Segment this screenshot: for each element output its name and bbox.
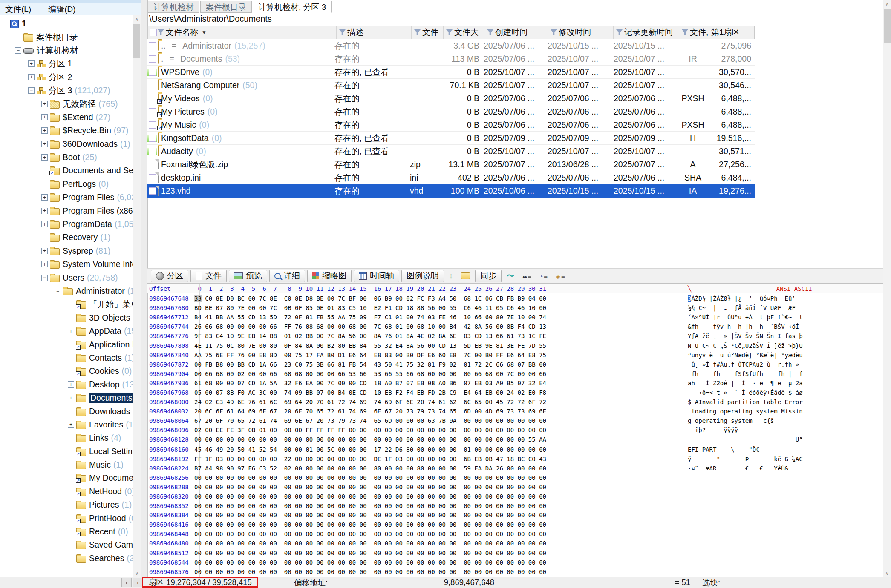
- toolbar-icon-binoculars[interactable]: [519, 270, 534, 282]
- file-row[interactable]: WPSDrive(0)存在的, 已查看0 B2025/10/07 ...2025…: [147, 66, 755, 79]
- hex-row[interactable]: 0986946857600 00 00 00 00 00 00 00 00 00…: [147, 567, 884, 577]
- hex-ansi-text[interactable]: [688, 502, 803, 509]
- hex-cursor[interactable]: 33: [194, 295, 202, 302]
- tree-item[interactable]: 「开始」菜单(0): [0, 298, 133, 311]
- hex-row[interactable]: 0986946809602 00 EE FE 3F 0B 01 00 00 00…: [147, 425, 884, 435]
- file-name-cell[interactable]: KingsoftData(0): [147, 132, 332, 144]
- column-header-3[interactable]: 文件: [412, 26, 444, 39]
- toolbar-button-详细[interactable]: 详细: [269, 270, 305, 282]
- expander-icon[interactable]: +: [41, 208, 48, 214]
- hex-ansi-text[interactable]: ½¾ €~ | … ƒÅ âñÍ ˆV UÆF ÆF: [688, 304, 803, 311]
- hex-bytes[interactable]: B7 A4 98 90 97 E6 C3 52 02 00 00 00 00 0…: [194, 465, 546, 472]
- tab-2[interactable]: 案件根目录: [200, 1, 252, 13]
- hex-row[interactable]: 0986946851200 00 00 00 00 00 00 00 00 00…: [147, 548, 884, 558]
- toolbar-icon-wave[interactable]: [504, 270, 517, 282]
- toolbar-button-分区[interactable]: 分区: [151, 270, 188, 282]
- file-row[interactable]: desktop.ini存在的ini402 B2025/07/06 ...2025…: [147, 171, 755, 184]
- hex-ansi-text[interactable]: [688, 521, 803, 528]
- expander-icon[interactable]: +: [41, 114, 48, 120]
- scrollbar-thumb[interactable]: [133, 24, 140, 58]
- hex-ansi-text[interactable]: ªunÿv è u ú°Ñædèƒ °ßæ`è| °ÿædèu: [688, 352, 803, 359]
- hex-bytes[interactable]: 00 00 00 00 00 00 00 00 00 00 00 00 00 0…: [194, 559, 546, 566]
- file-name-cell[interactable]: WPSDrive(0): [147, 66, 332, 78]
- tree-item[interactable]: 1: [0, 17, 133, 30]
- expander-icon[interactable]: +: [68, 422, 74, 428]
- hex-bytes[interactable]: 61 68 00 00 07 CD 1A 5A 32 F6 EA 00 7C 0…: [194, 380, 546, 387]
- hex-bytes[interactable]: 00 FB B8 00 BB CD 1A 66 23 C0 75 3B 66 8…: [194, 361, 546, 368]
- hex-ansi-text[interactable]: [688, 512, 803, 519]
- toolbar-button-同步[interactable]: 同步: [475, 270, 502, 282]
- hex-bytes[interactable]: 4E 11 75 0C 80 7E 00 80 0F 84 8A 00 B2 8…: [194, 342, 546, 349]
- tree-item[interactable]: Recovery(1): [0, 231, 133, 244]
- expander-icon[interactable]: +: [41, 154, 48, 161]
- file-name-cell[interactable]: My Videos(0): [147, 92, 332, 105]
- hex-ansi-text[interactable]: EFI PART \ "Ö€: [688, 446, 803, 453]
- tree-item[interactable]: Downloads(10): [0, 404, 133, 418]
- tab-1[interactable]: 计算机检材: [148, 1, 199, 13]
- hex-ansi-text[interactable]: g operating system c{š: [688, 417, 803, 424]
- hex-row[interactable]: 0986946816045 46 49 20 50 41 52 54 00 00…: [147, 445, 884, 454]
- row-checkbox[interactable]: [149, 69, 156, 76]
- scrollbar-thumb[interactable]: [884, 9, 891, 43]
- hex-ansi-text[interactable]: [688, 484, 803, 490]
- file-name-cell[interactable]: Foxmail绿色版.zip: [147, 158, 332, 171]
- hex-ansi-text[interactable]: [688, 540, 803, 547]
- hex-ansi-text[interactable]: fh fh fSfSfUfh fh | f: [688, 370, 803, 377]
- hex-bytes[interactable]: 02 00 EE FE 3F 0B 01 00 00 00 FF FF FF F…: [194, 427, 546, 433]
- hex-row[interactable]: 0986946806467 20 6F 70 65 72 61 74 69 6E…: [147, 416, 884, 425]
- hex-row[interactable]: 0986946838400 00 00 00 00 00 00 00 00 00…: [147, 511, 884, 520]
- row-checkbox[interactable]: [149, 135, 156, 142]
- scroll-down-icon[interactable]: ∨: [883, 569, 891, 577]
- hex-bytes[interactable]: 00 00 00 00 00 00 00 00 00 00 00 00 00 0…: [194, 493, 546, 500]
- file-row[interactable]: Audacity(0)存在的, 已查看0 B2025/10/07 ...2025…: [147, 145, 755, 158]
- hex-bytes[interactable]: FF 1F 03 00 00 00 00 00 22 00 00 00 00 0…: [194, 456, 546, 462]
- select-all-checkbox[interactable]: [150, 29, 157, 36]
- row-checkbox[interactable]: [149, 174, 156, 181]
- hex-row[interactable]: 0986946841600 00 00 00 00 00 00 00 00 00…: [147, 520, 884, 529]
- hex-row[interactable]: 0986946835200 00 00 00 00 00 00 00 00 00…: [147, 501, 884, 511]
- hex-row[interactable]: 0986946796805 00 07 8B F0 AC 3C 00 74 09…: [147, 388, 884, 397]
- hex-vertical-scrollbar[interactable]: ∧ ∨: [883, 0, 891, 577]
- filter-funnel-icon[interactable]: [158, 29, 164, 35]
- expander-icon[interactable]: −: [28, 87, 35, 94]
- tree-item[interactable]: 案件根目录: [0, 30, 133, 43]
- tab-3[interactable]: 计算机检材, 分区 3: [253, 1, 332, 13]
- hex-bytes[interactable]: 33 C0 8E D0 BC 00 7C 8E C0 8E D8 BE 00 7…: [194, 295, 546, 302]
- hex-bytes[interactable]: 00 00 00 00 00 00 00 00 00 00 00 00 00 0…: [194, 531, 546, 537]
- tree-scroll-right-button[interactable]: ›: [133, 578, 143, 587]
- hex-bytes[interactable]: 00 00 00 00 00 00 00 00 00 00 00 00 00 0…: [194, 436, 546, 443]
- hex-bytes[interactable]: 00 00 00 00 00 00 00 00 00 00 00 00 00 0…: [194, 512, 546, 519]
- checkbox-cell[interactable]: [147, 55, 157, 63]
- tree-item[interactable]: My Documents(0): [0, 471, 133, 485]
- hex-bytes[interactable]: 26 66 68 00 00 00 00 66 FF 76 08 68 00 0…: [194, 323, 546, 330]
- scroll-up-icon[interactable]: ∧: [883, 0, 891, 8]
- toolbar-button-文件[interactable]: 文件: [190, 270, 227, 282]
- tree-item[interactable]: +分区 2: [0, 71, 133, 84]
- toolbar-button-图例说明[interactable]: 图例说明: [401, 270, 444, 282]
- hex-bytes[interactable]: 00 00 00 00 00 00 00 00 00 00 00 00 00 0…: [194, 474, 546, 481]
- hex-row[interactable]: 09869468192FF 1F 03 00 00 00 00 00 22 00…: [147, 454, 884, 464]
- hex-bytes[interactable]: BD BE 07 80 7E 00 00 7C 0B 0F 85 0E 01 8…: [194, 304, 546, 311]
- hex-ansi-text[interactable]: [688, 559, 803, 566]
- hex-row[interactable]: 09869467840AA 75 6E FF 76 00 E8 8D 00 75…: [147, 350, 884, 360]
- expander-icon[interactable]: +: [41, 141, 48, 147]
- tree-item[interactable]: Links(4): [0, 431, 133, 445]
- hex-row[interactable]: 09869467712B4 41 BB AA 55 CD 13 5D 72 0F…: [147, 313, 884, 322]
- tree-item[interactable]: NetHood(0): [0, 485, 133, 498]
- tree-scroll-left-button[interactable]: ‹: [121, 578, 132, 587]
- toolbar-icon-folder-search[interactable]: [458, 270, 473, 282]
- hex-ansi-text[interactable]: ÿ " Þ kë G ¼ÀC: [688, 456, 803, 462]
- tree-item[interactable]: +$Extend(27): [0, 111, 133, 124]
- file-row[interactable]: KingsoftData(0)存在的, 已查看0 B2025/07/09 ...…: [147, 132, 755, 145]
- tree-item[interactable]: Music(1): [0, 458, 133, 471]
- toolbar-button-缩略图[interactable]: 缩略图: [307, 270, 352, 282]
- hex-row[interactable]: 0986946774426 66 68 00 00 00 00 66 FF 76…: [147, 322, 884, 331]
- expander-icon[interactable]: +: [41, 221, 48, 227]
- tree-item[interactable]: +Desktop(137): [0, 378, 133, 391]
- expander-icon[interactable]: +: [41, 101, 48, 107]
- row-checkbox[interactable]: [149, 161, 156, 168]
- hex-bytes[interactable]: B4 41 BB AA 55 CD 13 5D 72 0F 81 FB 55 A…: [194, 314, 546, 321]
- hex-row[interactable]: 0986946848000 00 00 00 00 00 00 00 00 00…: [147, 539, 884, 548]
- hex-bytes[interactable]: 05 00 07 8B F0 AC 3C 00 74 09 BB 07 00 B…: [194, 389, 546, 396]
- expander-icon[interactable]: −: [41, 275, 48, 281]
